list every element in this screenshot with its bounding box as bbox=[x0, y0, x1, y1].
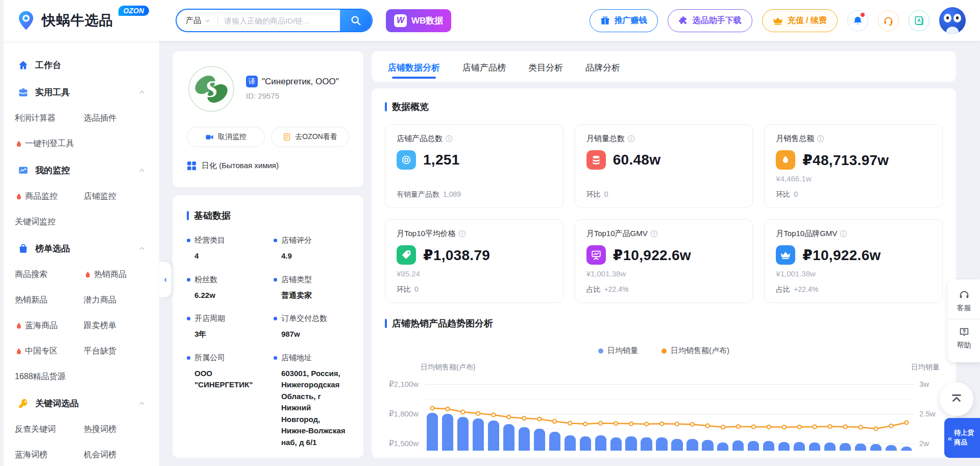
sidebar-item[interactable]: 蓝海词榜 bbox=[15, 450, 84, 460]
help-button[interactable]: 帮助 bbox=[948, 319, 980, 356]
wb-data-label: WB数据 bbox=[411, 15, 443, 27]
sidebar-item[interactable]: 中国专区 bbox=[15, 346, 84, 357]
goto-ozon-button[interactable]: 去OZON看看 bbox=[271, 127, 349, 147]
hot-icon bbox=[15, 347, 23, 356]
app-logo[interactable]: 快蜗牛选品 OZON bbox=[15, 10, 149, 31]
pending-products-button[interactable]: « 待上货商品 bbox=[944, 418, 980, 458]
user-avatar[interactable] bbox=[939, 7, 966, 34]
stat-footer-label: 占比 bbox=[776, 285, 790, 294]
sidebar-item[interactable]: 商品监控 bbox=[15, 191, 84, 202]
sidebar-item[interactable]: 关键词监控 bbox=[15, 217, 84, 227]
sidebar-item[interactable]: 1688精品货源 bbox=[15, 371, 84, 382]
assistant-download-button[interactable]: 选品助手下载 bbox=[668, 9, 752, 32]
basic-data-card: 基础数据 经营类目4 店铺评分4.9 粉丝数6.22w 店铺类型普通卖家 开店周… bbox=[173, 195, 363, 458]
sidebar-item[interactable]: 一键刊登工具 bbox=[15, 138, 84, 149]
chevron-up-icon[interactable] bbox=[138, 88, 146, 97]
sidebar-section-label: 关键词选品 bbox=[35, 398, 79, 409]
service-button[interactable]: 客服 bbox=[948, 287, 980, 319]
briefcase-icon bbox=[18, 87, 29, 98]
tab-brand-analysis[interactable]: 品牌分析 bbox=[584, 62, 621, 82]
sidebar-item-label: 商品搜索 bbox=[15, 269, 47, 280]
stat-card-total-products: 店铺产品总数 1,251 有销量产品数1,089 bbox=[385, 124, 564, 208]
sidebar-item-label: 一键刊登工具 bbox=[25, 138, 74, 149]
legend-dot-icon bbox=[598, 348, 603, 354]
wb-data-button[interactable]: W WB数据 bbox=[386, 9, 451, 32]
sidebar-section-monitor[interactable]: 我的监控 bbox=[18, 165, 146, 176]
back-to-top-button[interactable] bbox=[940, 382, 973, 416]
puzzle-icon bbox=[678, 16, 688, 26]
sidebar-item[interactable]: 潜力商品 bbox=[84, 295, 146, 306]
search-icon bbox=[350, 15, 361, 26]
stat-footer-label: 占比 bbox=[586, 285, 601, 294]
sidebar-item[interactable]: 选品插件 bbox=[84, 113, 146, 124]
header-actions: 推广赚钱 选品助手下载 充值 / 续费 bbox=[590, 7, 966, 34]
hot-icon bbox=[15, 322, 23, 330]
search-category-select[interactable]: 产品 bbox=[177, 16, 217, 26]
translate-badge-icon[interactable]: 译 bbox=[246, 76, 258, 87]
sidebar-item[interactable]: 商品搜索 bbox=[15, 269, 84, 280]
sidebar-item[interactable]: 平台缺货 bbox=[84, 346, 146, 357]
assistant-download-label: 选品助手下载 bbox=[693, 15, 742, 26]
tab-category-analysis[interactable]: 类目分析 bbox=[527, 62, 564, 82]
sidebar-item-label: 潜力商品 bbox=[84, 295, 116, 306]
tab-store-product-rank[interactable]: 店铺产品榜 bbox=[461, 62, 507, 82]
sidebar-item[interactable]: 蓝海商品 bbox=[15, 320, 84, 331]
sidebar-item[interactable]: 反查关键词 bbox=[15, 424, 84, 435]
sidebar-item[interactable]: 热销商品 bbox=[84, 269, 146, 280]
sidebar-item-workbench[interactable]: 工作台 bbox=[18, 59, 146, 71]
legend-daily-sales-volume[interactable]: 日均销量 bbox=[598, 346, 638, 356]
sidebar-section-keywords[interactable]: 关键词选品 bbox=[18, 398, 146, 409]
crown-icon bbox=[773, 15, 783, 26]
chevron-up-icon[interactable] bbox=[138, 400, 146, 408]
trend-chart-plot[interactable] bbox=[425, 375, 914, 451]
app-title: 快蜗牛选品 bbox=[42, 11, 113, 30]
sidebar-item[interactable]: 机会词榜 bbox=[84, 450, 146, 460]
translate-dictionary-button[interactable] bbox=[909, 10, 929, 31]
info-icon[interactable] bbox=[817, 135, 824, 143]
floating-service-rail: 客服 帮助 bbox=[948, 279, 980, 362]
chevron-up-icon[interactable] bbox=[138, 245, 146, 253]
info-icon[interactable] bbox=[840, 230, 847, 238]
basic-item: 店铺类型普通卖家 bbox=[274, 275, 349, 301]
sidebar-item-label: 关键词监控 bbox=[15, 217, 56, 227]
basic-item-value: 6.22w bbox=[194, 290, 268, 301]
customer-service-button[interactable] bbox=[878, 10, 899, 31]
avatar-belly bbox=[946, 27, 959, 34]
avatar-eye bbox=[953, 14, 961, 22]
stat-card-monthly-sales-amount: 月销售总额 ₽48,713.97w ¥4,466.1w 环比0 bbox=[764, 124, 943, 208]
search-button[interactable] bbox=[340, 9, 372, 32]
stat-label: 月销售总额 bbox=[776, 134, 814, 144]
promo-earn-button[interactable]: 推广赚钱 bbox=[590, 9, 658, 32]
sidebar-items-group: 商品监控 店铺监控 关键词监控 bbox=[15, 191, 146, 227]
sidebar-section-tools[interactable]: 实用工具 bbox=[18, 86, 146, 98]
info-icon[interactable] bbox=[650, 230, 658, 238]
info-icon[interactable] bbox=[458, 230, 466, 238]
sidebar-item[interactable]: 热销新品 bbox=[15, 295, 84, 306]
cancel-monitor-button[interactable]: 取消监控 bbox=[187, 127, 265, 147]
info-icon[interactable] bbox=[445, 135, 453, 143]
basic-data-grid: 经营类目4 店铺评分4.9 粉丝数6.22w 店铺类型普通卖家 开店周期3年 订… bbox=[187, 236, 349, 458]
recharge-button[interactable]: 充值 / 续费 bbox=[762, 9, 838, 32]
sidebar-item-label: 平台缺货 bbox=[84, 346, 116, 357]
tab-store-data-analysis[interactable]: 店铺数据分析 bbox=[387, 62, 441, 82]
sidebar-item[interactable]: 热搜词榜 bbox=[84, 424, 146, 435]
chevron-down-icon bbox=[205, 18, 210, 24]
avatar-eye bbox=[944, 14, 951, 22]
sidebar-item[interactable]: 店铺监控 bbox=[84, 191, 146, 202]
stat-label: 月Top10平均价格 bbox=[397, 229, 456, 239]
sidebar-items-group: 反查关键词 热搜词榜 蓝海词榜 机会词榜 bbox=[15, 424, 146, 460]
sidebar-item[interactable]: 利润计算器 bbox=[15, 113, 84, 124]
chevron-up-icon[interactable] bbox=[138, 167, 146, 175]
search-input[interactable] bbox=[218, 16, 340, 25]
basic-item-value: 4.9 bbox=[281, 250, 349, 262]
stat-value: ₽10,922.6w bbox=[802, 247, 880, 264]
promo-earn-label: 推广赚钱 bbox=[615, 15, 647, 26]
sidebar-collapse-handle[interactable]: ‹ bbox=[159, 262, 172, 297]
sidebar-item[interactable]: 跟卖榜单 bbox=[84, 320, 146, 331]
app-root: 快蜗牛选品 OZON 产品 W WB数据 推广赚钱 bbox=[0, 0, 980, 466]
sidebar-section-rankings[interactable]: 榜单选品 bbox=[18, 243, 146, 254]
legend-daily-sales-amount[interactable]: 日均销售额(卢布) bbox=[662, 346, 729, 356]
info-icon[interactable] bbox=[627, 135, 635, 143]
ozon-badge: OZON bbox=[118, 6, 149, 16]
notification-bell-button[interactable] bbox=[847, 10, 868, 31]
